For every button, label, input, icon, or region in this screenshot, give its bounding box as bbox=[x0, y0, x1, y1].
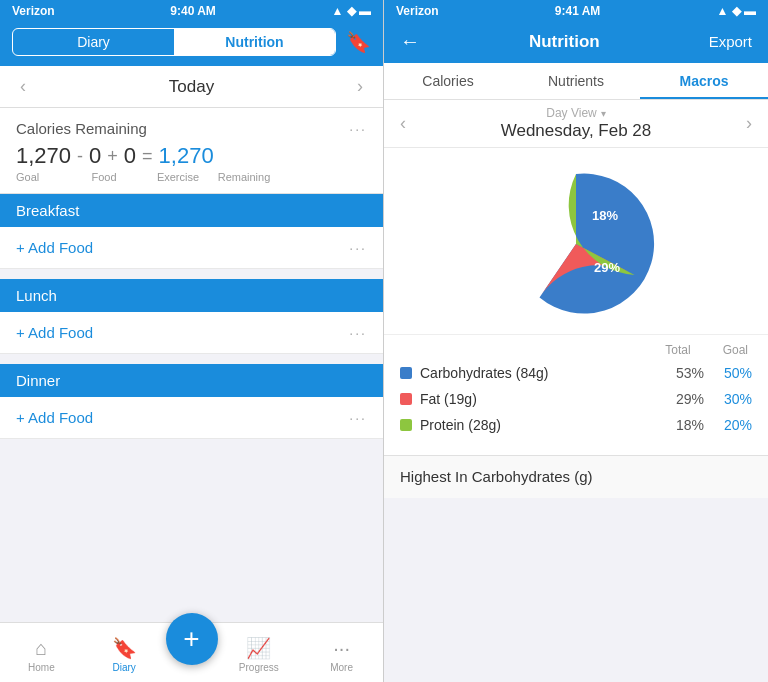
status-icons-left: ▲ ◆ ▬ bbox=[331, 4, 371, 18]
bottom-nav-home[interactable]: ⌂ Home bbox=[0, 633, 83, 673]
lunch-add-food-button[interactable]: + Add Food bbox=[16, 324, 93, 341]
section-gap-fill bbox=[0, 439, 383, 622]
protein-color-dot bbox=[400, 419, 412, 431]
fat-total: 29% bbox=[656, 391, 704, 407]
dinner-header: Dinner bbox=[0, 364, 383, 397]
lunch-add-food-row: + Add Food ··· bbox=[0, 312, 383, 354]
tab-calories[interactable]: Calories bbox=[384, 63, 512, 99]
macro-row-carbs: Carbohydrates (84g) 53% 50% bbox=[400, 365, 752, 381]
pie-labels: 53% 29% 18% bbox=[496, 164, 656, 324]
macro-row-fat: Fat (19g) 29% 30% bbox=[400, 391, 752, 407]
chart-area: 53% 29% 18% bbox=[384, 148, 768, 334]
breakfast-header: Breakfast bbox=[0, 194, 383, 227]
dinner-add-food-button[interactable]: + Add Food bbox=[16, 409, 93, 426]
remaining-label: Remaining bbox=[216, 171, 272, 183]
carbs-goal: 50% bbox=[704, 365, 752, 381]
bottom-nav-progress[interactable]: 📈 Progress bbox=[218, 632, 301, 673]
section-gap-2 bbox=[0, 354, 383, 364]
calories-labels: Goal Food Exercise Remaining bbox=[16, 171, 367, 183]
tab-diary[interactable]: Diary bbox=[13, 29, 174, 55]
tab-nutrients[interactable]: Nutrients bbox=[512, 63, 640, 99]
protein-name: Protein (28g) bbox=[420, 417, 656, 433]
section-gap-1 bbox=[0, 269, 383, 279]
macros-table: Total Goal Carbohydrates (84g) 53% 50% F… bbox=[384, 334, 768, 455]
next-day-arrow[interactable]: › bbox=[353, 76, 367, 97]
diary-label: Diary bbox=[112, 662, 135, 673]
bottom-nav-more[interactable]: ··· More bbox=[300, 633, 383, 673]
time-right: 9:41 AM bbox=[555, 4, 601, 18]
food-label: Food bbox=[76, 171, 132, 183]
bookmark-icon[interactable]: 🔖 bbox=[346, 30, 371, 54]
minus-op: - bbox=[77, 146, 83, 167]
fat-goal: 30% bbox=[704, 391, 752, 407]
carbs-color-dot bbox=[400, 367, 412, 379]
time-left: 9:40 AM bbox=[170, 4, 216, 18]
current-day-label: Today bbox=[169, 77, 214, 97]
protein-pct: 18% bbox=[592, 208, 618, 223]
protein-goal: 20% bbox=[704, 417, 752, 433]
carrier-left: Verizon bbox=[12, 4, 55, 18]
calories-more-icon[interactable]: ··· bbox=[349, 121, 367, 137]
date-view-label: Day View ▾ Wednesday, Feb 28 bbox=[501, 106, 652, 141]
calories-row: 1,270 - 0 + 0 = 1,270 bbox=[16, 143, 367, 169]
progress-icon: 📈 bbox=[246, 636, 271, 660]
bottom-nav-diary[interactable]: 🔖 Diary bbox=[83, 632, 166, 673]
day-view-dropdown-icon[interactable]: ▾ bbox=[601, 108, 606, 119]
tab-macros[interactable]: Macros bbox=[640, 63, 768, 99]
macro-row-protein: Protein (28g) 18% 20% bbox=[400, 417, 752, 433]
equals-op: = bbox=[142, 146, 153, 167]
calories-section: Calories Remaining ··· 1,270 - 0 + 0 = 1… bbox=[0, 108, 383, 194]
breakfast-more-icon[interactable]: ··· bbox=[349, 240, 367, 256]
tab-bar: Diary Nutrition 🔖 bbox=[0, 22, 383, 66]
home-icon: ⌂ bbox=[35, 637, 47, 660]
carbs-name: Carbohydrates (84g) bbox=[420, 365, 656, 381]
carrier-right: Verizon bbox=[396, 4, 439, 18]
breakfast-add-food-button[interactable]: + Add Food bbox=[16, 239, 93, 256]
next-date-arrow[interactable]: › bbox=[742, 113, 756, 134]
back-button[interactable]: ← bbox=[400, 30, 420, 53]
protein-total: 18% bbox=[656, 417, 704, 433]
goal-header: Goal bbox=[723, 343, 748, 357]
status-bar-right: Verizon 9:41 AM ▲ ◆ ▬ bbox=[384, 0, 768, 22]
breakfast-add-food-row: + Add Food ··· bbox=[0, 227, 383, 269]
lunch-more-icon[interactable]: ··· bbox=[349, 325, 367, 341]
current-date-label: Wednesday, Feb 28 bbox=[501, 121, 652, 141]
carbohydrates-pct: 53% bbox=[518, 236, 544, 251]
nutrition-header: ← Nutrition Export bbox=[384, 22, 768, 63]
home-label: Home bbox=[28, 662, 55, 673]
status-bar-left: Verizon 9:40 AM ▲ ◆ ▬ bbox=[0, 0, 383, 22]
day-view-text: Day View bbox=[546, 106, 596, 120]
pie-chart: 53% 29% 18% bbox=[496, 164, 656, 324]
fat-name: Fat (19g) bbox=[420, 391, 656, 407]
calories-exercise-value: 0 bbox=[124, 143, 136, 169]
prev-day-arrow[interactable]: ‹ bbox=[16, 76, 30, 97]
diary-icon: 🔖 bbox=[112, 636, 137, 660]
carbs-total: 53% bbox=[656, 365, 704, 381]
progress-label: Progress bbox=[239, 662, 279, 673]
nutrition-tabs: Calories Nutrients Macros bbox=[384, 63, 768, 100]
status-icons-right: ▲ ◆ ▬ bbox=[716, 4, 756, 18]
calories-title: Calories Remaining bbox=[16, 120, 147, 137]
macros-table-header: Total Goal bbox=[400, 343, 752, 357]
highest-carbs-section: Highest In Carbohydrates (g) bbox=[384, 455, 768, 498]
more-label: More bbox=[330, 662, 353, 673]
prev-date-arrow[interactable]: ‹ bbox=[396, 113, 410, 134]
tab-group: Diary Nutrition bbox=[12, 28, 336, 56]
calories-remaining-value: 1,270 bbox=[159, 143, 214, 169]
total-header: Total bbox=[665, 343, 690, 357]
fat-color-dot bbox=[400, 393, 412, 405]
left-panel: Verizon 9:40 AM ▲ ◆ ▬ Diary Nutrition 🔖 … bbox=[0, 0, 384, 682]
export-button[interactable]: Export bbox=[709, 33, 752, 50]
dinner-more-icon[interactable]: ··· bbox=[349, 410, 367, 426]
plus-op: + bbox=[107, 146, 118, 167]
date-nav: ‹ Day View ▾ Wednesday, Feb 28 › bbox=[384, 100, 768, 148]
dinner-add-food-row: + Add Food ··· bbox=[0, 397, 383, 439]
calories-food-value: 0 bbox=[89, 143, 101, 169]
nutrition-title: Nutrition bbox=[529, 32, 600, 52]
bottom-nav: ⌂ Home 🔖 Diary + 📈 Progress ··· More bbox=[0, 622, 383, 682]
day-view-row: Day View ▾ bbox=[546, 106, 605, 120]
tab-nutrition[interactable]: Nutrition bbox=[174, 29, 335, 55]
add-fab-button[interactable]: + bbox=[166, 613, 218, 665]
lunch-header: Lunch bbox=[0, 279, 383, 312]
more-icon: ··· bbox=[333, 637, 350, 660]
